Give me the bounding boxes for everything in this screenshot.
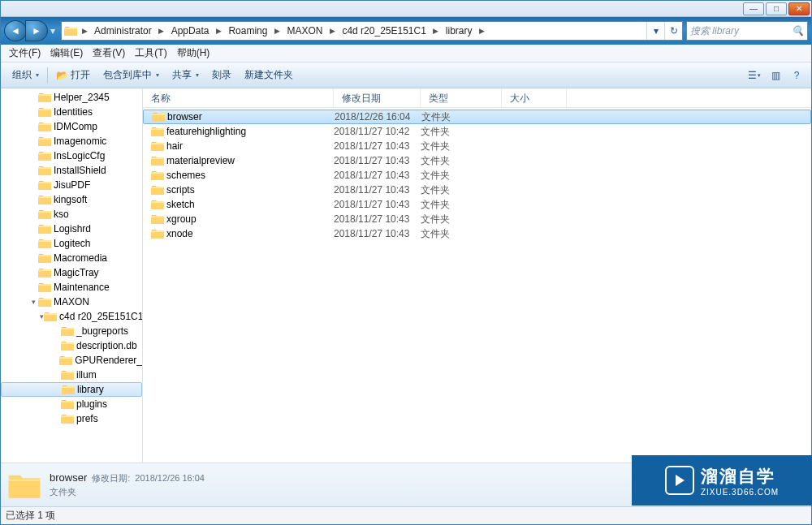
tree-item[interactable]: kso: [1, 207, 142, 222]
share-button[interactable]: 共享: [166, 66, 205, 85]
breadcrumb-segment[interactable]: Administrator: [89, 22, 157, 40]
tree-item[interactable]: prefs: [1, 411, 142, 426]
preview-pane-button[interactable]: ▥: [766, 67, 785, 84]
refresh-button[interactable]: ↻: [664, 22, 682, 40]
breadcrumb-arrow-icon[interactable]: ▶: [477, 22, 487, 40]
tree-item[interactable]: illum: [1, 368, 142, 382]
file-row[interactable]: scripts2018/11/27 10:43文件夹: [143, 183, 811, 197]
file-type: 文件夹: [421, 169, 502, 183]
breadcrumb-segment[interactable]: AppData: [166, 22, 214, 40]
tree-item[interactable]: _bugreports: [1, 324, 142, 338]
menu-file[interactable]: 文件(F): [4, 46, 45, 60]
tree-item-label: Helper_2345: [54, 92, 110, 103]
menu-help[interactable]: 帮助(H): [172, 46, 215, 60]
expand-icon[interactable]: ▾: [28, 298, 38, 306]
view-options-button[interactable]: ☰: [745, 67, 764, 84]
breadcrumb-segment[interactable]: c4d r20_25E151C1: [337, 22, 430, 40]
forward-button[interactable]: ►: [25, 20, 48, 41]
tree-item[interactable]: Helper_2345: [1, 90, 142, 105]
file-row[interactable]: xgroup2018/11/27 10:43文件夹: [143, 212, 811, 226]
breadcrumb-segment[interactable]: Roaming: [223, 22, 272, 40]
breadcrumb-segment[interactable]: library: [441, 22, 477, 40]
header-type[interactable]: 类型: [421, 88, 502, 107]
open-button[interactable]: 📂 打开: [50, 66, 97, 85]
details-type: 文件夹: [50, 486, 205, 498]
open-icon: 📂: [56, 70, 68, 81]
folder-tree[interactable]: Helper_2345IdentitiesIDMCompImagenomicIn…: [1, 88, 143, 463]
file-date: 2018/11/27 10:43: [334, 155, 421, 166]
tree-item[interactable]: Identities: [1, 105, 142, 119]
tree-item-label: InsLogicCfg: [54, 150, 105, 161]
file-date: 2018/11/27 10:43: [334, 199, 421, 210]
header-name[interactable]: 名称: [143, 88, 334, 107]
breadcrumb-arrow-icon[interactable]: ▶: [214, 22, 223, 40]
breadcrumb-segment[interactable]: MAXON: [282, 22, 327, 40]
address-bar[interactable]: ▶Administrator▶AppData▶Roaming▶MAXON▶c4d…: [61, 21, 683, 41]
file-type: 文件夹: [421, 227, 502, 241]
file-date: 2018/11/27 10:43: [334, 170, 421, 181]
file-row[interactable]: schemes2018/11/27 10:43文件夹: [143, 168, 811, 183]
tree-item[interactable]: description.db: [1, 338, 142, 353]
explorer-window: — □ ✕ ◄ ► ▾ ▶Administrator▶AppData▶Roami…: [0, 0, 812, 525]
history-dropdown[interactable]: ▾: [48, 20, 58, 41]
menu-tools[interactable]: 工具(T): [130, 46, 171, 60]
file-type: 文件夹: [421, 154, 502, 168]
tree-item[interactable]: Macromedia: [1, 251, 142, 265]
header-size[interactable]: 大小: [502, 88, 567, 107]
file-date: 2018/11/27 10:43: [334, 140, 421, 152]
menu-view[interactable]: 查看(V): [88, 46, 130, 60]
header-date[interactable]: 修改日期: [334, 88, 421, 107]
tree-item[interactable]: InstallShield: [1, 163, 142, 178]
file-type: 文件夹: [421, 213, 502, 226]
file-row[interactable]: browser2018/12/26 16:04文件夹: [143, 110, 811, 124]
tree-item[interactable]: Maintenance: [1, 280, 142, 295]
search-input[interactable]: 搜索 library 🔍: [686, 21, 808, 41]
breadcrumb-arrow-icon[interactable]: ▶: [327, 22, 337, 40]
tree-item[interactable]: JisuPDF: [1, 178, 142, 192]
tree-item[interactable]: ▾c4d r20_25E151C1: [1, 309, 142, 324]
breadcrumb-arrow-icon[interactable]: ▶: [272, 22, 282, 40]
file-row[interactable]: hair2018/11/27 10:43文件夹: [143, 139, 811, 153]
file-type: 文件夹: [421, 198, 502, 212]
minimize-button[interactable]: —: [743, 2, 764, 15]
breadcrumb-arrow-icon[interactable]: ▶: [80, 22, 89, 40]
maximize-button[interactable]: □: [766, 2, 787, 15]
tree-item-label: kingsoft: [54, 194, 87, 205]
file-row[interactable]: xnode2018/11/27 10:43文件夹: [143, 226, 811, 241]
tree-item-label: Logishrd: [54, 223, 91, 235]
burn-button[interactable]: 刻录: [205, 66, 238, 85]
tree-item[interactable]: Logitech: [1, 236, 142, 251]
tree-item[interactable]: library: [1, 382, 142, 397]
file-row[interactable]: featurehighlighting2018/11/27 10:42文件夹: [143, 124, 811, 139]
tree-item-label: JisuPDF: [54, 179, 90, 191]
tree-item[interactable]: MagicTray: [1, 265, 142, 280]
help-button[interactable]: ?: [787, 67, 806, 84]
tree-item[interactable]: IDMComp: [1, 119, 142, 134]
back-button[interactable]: ◄: [4, 20, 27, 41]
tree-item[interactable]: kingsoft: [1, 192, 142, 207]
organize-button[interactable]: 组织: [6, 66, 45, 85]
tree-item-label: description.db: [76, 340, 137, 351]
tree-item[interactable]: InsLogicCfg: [1, 148, 142, 163]
file-row[interactable]: sketch2018/11/27 10:43文件夹: [143, 197, 811, 212]
svg-marker-0: [676, 475, 685, 486]
file-name: browser: [167, 111, 202, 123]
tree-item[interactable]: ▾MAXON: [1, 295, 142, 309]
file-row[interactable]: materialpreview2018/11/27 10:43文件夹: [143, 153, 811, 168]
file-date: 2018/11/27 10:43: [334, 184, 421, 196]
file-rows[interactable]: browser2018/12/26 16:04文件夹featurehighlig…: [143, 108, 811, 463]
tree-item[interactable]: Imagenomic: [1, 134, 142, 148]
include-button[interactable]: 包含到库中: [97, 66, 166, 85]
tree-item-label: MAXON: [54, 296, 89, 308]
file-name: scripts: [166, 184, 195, 196]
tree-item[interactable]: plugins: [1, 397, 142, 411]
breadcrumb-arrow-icon[interactable]: ▶: [157, 22, 166, 40]
menu-edit[interactable]: 编辑(E): [45, 46, 88, 60]
breadcrumb-arrow-icon[interactable]: ▶: [431, 22, 441, 40]
newfolder-button[interactable]: 新建文件夹: [238, 66, 300, 85]
tree-item[interactable]: Logishrd: [1, 222, 142, 236]
address-dropdown[interactable]: ▾: [646, 22, 664, 40]
close-button[interactable]: ✕: [788, 2, 810, 15]
tree-item-label: library: [77, 384, 104, 395]
tree-item[interactable]: GPURenderer_: [1, 353, 142, 368]
